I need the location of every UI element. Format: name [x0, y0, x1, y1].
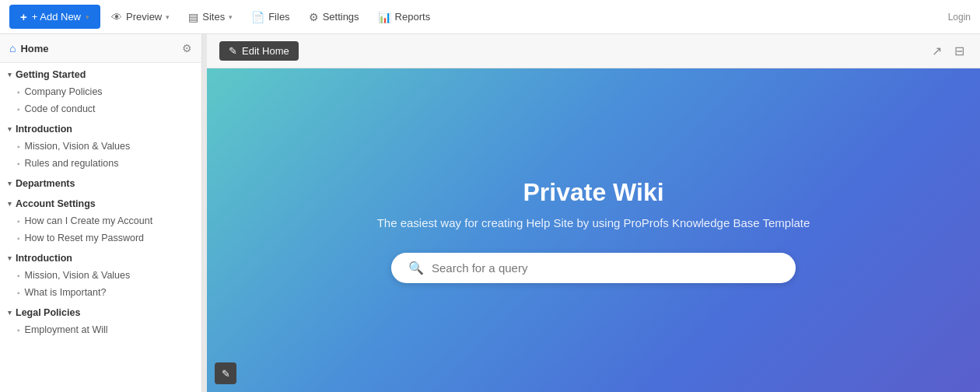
sidebar-group-introduction-1[interactable]: ▾ Introduction — [0, 117, 201, 138]
settings-icon: ⚙ — [309, 11, 319, 23]
item-label: What is Important? — [25, 287, 107, 298]
edit-home-label: Edit Home — [242, 45, 289, 57]
item-label: Company Policies — [25, 86, 103, 97]
group-title: Legal Policies — [16, 307, 80, 318]
nav-settings[interactable]: ⚙ Settings — [301, 6, 367, 28]
chevron-icon: ▾ — [8, 254, 12, 262]
reports-icon: 📊 — [378, 11, 391, 23]
sidebar-group-getting-started[interactable]: ▾ Getting Started — [0, 63, 201, 83]
group-title: Account Settings — [16, 198, 96, 209]
login-label: Login — [948, 12, 971, 23]
sidebar-item-code-of-conduct[interactable]: ▪ Code of conduct — [0, 100, 201, 117]
add-new-button[interactable]: + + Add New ▾ — [9, 5, 100, 29]
sidebar-gear-icon[interactable]: ⚙ — [182, 42, 192, 54]
nav-files[interactable]: 📄 Files — [243, 6, 297, 28]
page-icon: ▪ — [17, 159, 20, 168]
pencil-icon: ✎ — [229, 45, 237, 57]
item-label: Rules and regulations — [25, 158, 119, 169]
sidebar-home[interactable]: ⌂ Home — [9, 42, 49, 54]
page-icon: ▪ — [17, 289, 20, 297]
sidebar-item-company-policies[interactable]: ▪ Company Policies — [0, 83, 201, 100]
sidebar: ⌂ Home ⚙ ▾ Getting Started ▪ Company Pol… — [0, 34, 202, 392]
plus-icon: + — [20, 10, 27, 23]
group-title: Introduction — [16, 253, 72, 264]
add-new-label: + Add New — [32, 11, 81, 23]
home-icon: ⌂ — [9, 42, 16, 54]
page-icon: ▪ — [17, 271, 20, 280]
chevron-icon: ▾ — [8, 125, 12, 133]
nav-sites[interactable]: ▤ Sites ▾ — [180, 6, 240, 28]
group-title: Departments — [16, 178, 75, 189]
hero-title: Private Wiki — [523, 178, 663, 207]
chevron-icon: ▾ — [8, 200, 12, 208]
sidebar-item-create-account[interactable]: ▪ How can I Create my Account — [0, 212, 201, 229]
sidebar-group-introduction-2[interactable]: ▾ Introduction — [0, 247, 201, 267]
group-title: Introduction — [16, 124, 72, 135]
search-input[interactable] — [432, 261, 779, 275]
search-bar[interactable]: 🔍 — [391, 253, 796, 283]
hero-edit-button[interactable]: ✎ — [215, 362, 236, 384]
sidebar-section: ▾ Getting Started ▪ Company Policies ▪ C… — [0, 63, 201, 338]
sidebar-item-reset-password[interactable]: ▪ How to Reset my Password — [0, 229, 201, 247]
preview-chevron-icon: ▾ — [166, 13, 170, 21]
nav-reports-label: Reports — [395, 11, 431, 23]
sidebar-group-legal-policies[interactable]: ▾ Legal Policies — [0, 301, 201, 321]
item-label: Mission, Vision & Values — [25, 270, 131, 281]
item-label: How to Reset my Password — [25, 233, 145, 243]
collapse-icon-button[interactable]: ⊟ — [951, 42, 968, 60]
pencil-icon: ✎ — [222, 368, 230, 380]
nav-sites-label: Sites — [202, 11, 225, 23]
sites-chevron-icon: ▾ — [229, 13, 233, 21]
edit-home-button[interactable]: ✎ Edit Home — [219, 41, 299, 61]
sidebar-item-mission-vision-2[interactable]: ▪ Mission, Vision & Values — [0, 267, 201, 284]
sidebar-item-mission-vision[interactable]: ▪ Mission, Vision & Values — [0, 138, 201, 155]
nav-files-label: Files — [268, 11, 289, 23]
layout: ⌂ Home ⚙ ▾ Getting Started ▪ Company Pol… — [0, 34, 980, 392]
page-icon: ▪ — [17, 88, 20, 96]
preview-icon: 👁 — [111, 11, 122, 23]
main-content: ✎ Edit Home ↗ ⊟ Private Wiki The easiest… — [207, 34, 980, 392]
group-title: Getting Started — [16, 69, 86, 80]
sites-icon: ▤ — [188, 11, 198, 23]
search-icon: 🔍 — [408, 261, 424, 275]
sidebar-item-what-is-important[interactable]: ▪ What is Important? — [0, 284, 201, 301]
files-icon: 📄 — [251, 11, 264, 23]
add-new-chevron-icon: ▾ — [86, 13, 89, 21]
chevron-icon: ▾ — [8, 71, 12, 79]
nav-settings-label: Settings — [323, 11, 359, 23]
edit-bar: ✎ Edit Home ↗ ⊟ — [207, 34, 980, 68]
nav-preview[interactable]: 👁 Preview ▾ — [103, 6, 177, 28]
sidebar-group-account-settings[interactable]: ▾ Account Settings — [0, 192, 201, 212]
item-label: Code of conduct — [25, 103, 96, 114]
chevron-icon: ▾ — [8, 309, 12, 317]
sidebar-item-employment-at-will[interactable]: ▪ Employment at Will — [0, 321, 201, 338]
sidebar-header: ⌂ Home ⚙ — [0, 34, 201, 63]
navbar: + + Add New ▾ 👁 Preview ▾ ▤ Sites ▾ 📄 Fi… — [0, 0, 980, 34]
sidebar-item-rules-regulations[interactable]: ▪ Rules and regulations — [0, 155, 201, 172]
nav-login[interactable]: Login — [948, 12, 971, 23]
item-label: Employment at Will — [25, 324, 108, 335]
item-label: How can I Create my Account — [25, 215, 153, 226]
item-label: Mission, Vision & Values — [25, 141, 131, 152]
hero-subtitle: The easiest way for creating Help Site b… — [377, 216, 810, 229]
page-icon: ▪ — [17, 105, 20, 114]
page-icon: ▪ — [17, 326, 20, 334]
sidebar-home-label: Home — [20, 43, 48, 54]
sidebar-group-departments[interactable]: ▾ Departments — [0, 172, 201, 192]
chevron-icon: ▾ — [8, 180, 12, 187]
page-icon: ▪ — [17, 234, 20, 243]
page-icon: ▪ — [17, 142, 20, 151]
nav-preview-label: Preview — [126, 11, 162, 23]
hero-section: Private Wiki The easiest way for creatin… — [207, 68, 980, 392]
edit-bar-right: ↗ ⊟ — [929, 42, 968, 60]
page-icon: ▪ — [17, 217, 20, 226]
export-icon-button[interactable]: ↗ — [929, 42, 945, 60]
nav-reports[interactable]: 📊 Reports — [370, 6, 439, 28]
